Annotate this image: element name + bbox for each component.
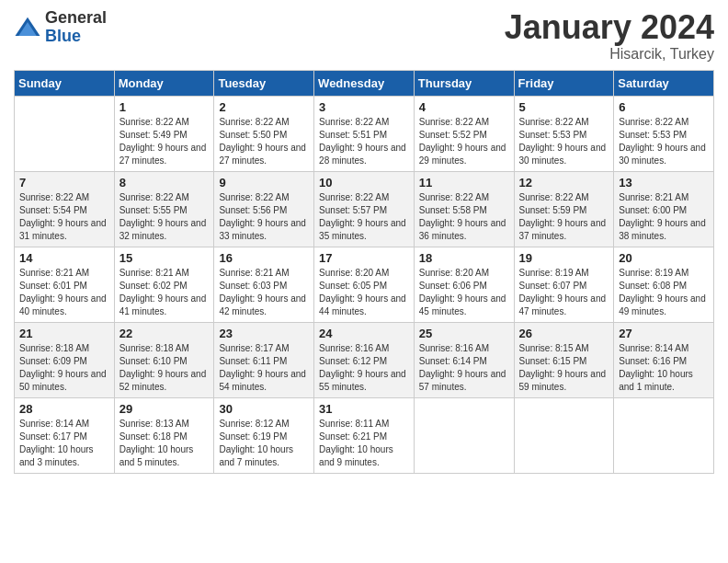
day-number: 28 [19,402,109,416]
day-info: Sunrise: 8:18 AM Sunset: 6:10 PM Dayligh… [119,342,210,394]
month-title: January 2024 [505,9,714,46]
day-number: 18 [419,251,509,265]
logo-icon [14,14,41,41]
day-info: Sunrise: 8:20 AM Sunset: 6:06 PM Dayligh… [419,267,509,318]
calendar-cell: 16Sunrise: 8:21 AM Sunset: 6:03 PM Dayli… [214,247,314,322]
day-number: 26 [519,327,609,340]
day-info: Sunrise: 8:18 AM Sunset: 6:09 PM Dayligh… [19,342,109,394]
calendar-cell [414,397,514,473]
day-number: 15 [119,251,210,265]
logo-blue-text: Blue [45,28,107,46]
day-info: Sunrise: 8:19 AM Sunset: 6:07 PM Dayligh… [519,267,609,318]
calendar-cell [614,397,714,473]
day-info: Sunrise: 8:22 AM Sunset: 5:59 PM Dayligh… [519,191,609,243]
day-info: Sunrise: 8:22 AM Sunset: 5:50 PM Dayligh… [219,116,309,167]
calendar-cell: 14Sunrise: 8:21 AM Sunset: 6:01 PM Dayli… [15,247,115,322]
day-number: 17 [319,251,409,265]
calendar-cell: 3Sunrise: 8:22 AM Sunset: 5:51 PM Daylig… [314,96,415,171]
day-info: Sunrise: 8:22 AM Sunset: 5:53 PM Dayligh… [619,116,709,167]
calendar-cell: 15Sunrise: 8:21 AM Sunset: 6:02 PM Dayli… [114,247,214,322]
weekday-header-tuesday: Tuesday [214,70,314,96]
calendar-cell: 11Sunrise: 8:22 AM Sunset: 5:58 PM Dayli… [414,171,514,247]
calendar-week-5: 28Sunrise: 8:14 AM Sunset: 6:17 PM Dayli… [15,397,714,473]
day-number: 5 [519,100,609,114]
calendar-cell: 12Sunrise: 8:22 AM Sunset: 5:59 PM Dayli… [514,171,614,247]
day-info: Sunrise: 8:22 AM Sunset: 5:55 PM Dayligh… [119,191,210,243]
day-number: 16 [219,251,309,265]
calendar-cell: 21Sunrise: 8:18 AM Sunset: 6:09 PM Dayli… [15,322,115,397]
day-info: Sunrise: 8:21 AM Sunset: 6:03 PM Dayligh… [219,267,309,318]
day-info: Sunrise: 8:16 AM Sunset: 6:14 PM Dayligh… [419,342,509,394]
day-info: Sunrise: 8:15 AM Sunset: 6:15 PM Dayligh… [519,342,609,394]
calendar-table: SundayMondayTuesdayWednesdayThursdayFrid… [14,70,714,474]
day-info: Sunrise: 8:16 AM Sunset: 6:12 PM Dayligh… [319,342,409,394]
title-block: January 2024 Hisarcik, Turkey [505,9,714,63]
day-info: Sunrise: 8:20 AM Sunset: 6:05 PM Dayligh… [319,267,409,318]
header: General Blue January 2024 Hisarcik, Turk… [14,9,714,63]
calendar-cell: 27Sunrise: 8:14 AM Sunset: 6:16 PM Dayli… [614,322,714,397]
logo-text: General Blue [45,9,107,46]
day-number: 31 [319,402,409,416]
day-number: 6 [619,100,709,114]
calendar-cell: 7Sunrise: 8:22 AM Sunset: 5:54 PM Daylig… [15,171,115,247]
day-number: 25 [419,327,509,340]
day-number: 9 [219,176,309,190]
calendar-cell: 5Sunrise: 8:22 AM Sunset: 5:53 PM Daylig… [514,96,614,171]
day-info: Sunrise: 8:22 AM Sunset: 5:52 PM Dayligh… [419,116,509,167]
day-number: 8 [119,176,210,190]
calendar-cell: 31Sunrise: 8:11 AM Sunset: 6:21 PM Dayli… [314,397,415,473]
day-info: Sunrise: 8:22 AM Sunset: 5:54 PM Dayligh… [19,191,109,243]
calendar-week-4: 21Sunrise: 8:18 AM Sunset: 6:09 PM Dayli… [15,322,714,397]
calendar-cell: 25Sunrise: 8:16 AM Sunset: 6:14 PM Dayli… [414,322,514,397]
location: Hisarcik, Turkey [505,46,714,63]
day-info: Sunrise: 8:21 AM Sunset: 6:00 PM Dayligh… [619,191,709,243]
weekday-header-wednesday: Wednesday [314,70,415,96]
weekday-header-thursday: Thursday [414,70,514,96]
logo-general-text: General [45,9,107,28]
day-number: 23 [219,327,309,340]
day-number: 3 [319,100,409,114]
calendar-cell: 23Sunrise: 8:17 AM Sunset: 6:11 PM Dayli… [214,322,314,397]
day-number: 19 [519,251,609,265]
day-number: 20 [619,251,709,265]
day-info: Sunrise: 8:22 AM Sunset: 5:51 PM Dayligh… [319,116,409,167]
day-number: 11 [419,176,509,190]
weekday-header-row: SundayMondayTuesdayWednesdayThursdayFrid… [15,70,714,96]
calendar-cell: 6Sunrise: 8:22 AM Sunset: 5:53 PM Daylig… [614,96,714,171]
calendar-cell: 22Sunrise: 8:18 AM Sunset: 6:10 PM Dayli… [114,322,214,397]
calendar-cell: 2Sunrise: 8:22 AM Sunset: 5:50 PM Daylig… [214,96,314,171]
day-number: 27 [619,327,709,340]
day-info: Sunrise: 8:22 AM Sunset: 5:58 PM Dayligh… [419,191,509,243]
day-info: Sunrise: 8:22 AM Sunset: 5:57 PM Dayligh… [319,191,409,243]
weekday-header-friday: Friday [514,70,614,96]
day-info: Sunrise: 8:22 AM Sunset: 5:56 PM Dayligh… [219,191,309,243]
calendar-cell: 26Sunrise: 8:15 AM Sunset: 6:15 PM Dayli… [514,322,614,397]
day-number: 13 [619,176,709,190]
calendar-cell: 17Sunrise: 8:20 AM Sunset: 6:05 PM Dayli… [314,247,415,322]
day-number: 1 [119,100,210,114]
calendar-cell: 20Sunrise: 8:19 AM Sunset: 6:08 PM Dayli… [614,247,714,322]
weekday-header-monday: Monday [114,70,214,96]
day-info: Sunrise: 8:22 AM Sunset: 5:53 PM Dayligh… [519,116,609,167]
day-number: 21 [19,327,109,340]
day-number: 14 [19,251,109,265]
day-number: 7 [19,176,109,190]
day-number: 24 [319,327,409,340]
day-number: 2 [219,100,309,114]
day-info: Sunrise: 8:21 AM Sunset: 6:01 PM Dayligh… [19,267,109,318]
calendar-week-1: 1Sunrise: 8:22 AM Sunset: 5:49 PM Daylig… [15,96,714,171]
day-info: Sunrise: 8:17 AM Sunset: 6:11 PM Dayligh… [219,342,309,394]
calendar-cell: 1Sunrise: 8:22 AM Sunset: 5:49 PM Daylig… [114,96,214,171]
logo: General Blue [14,9,107,46]
calendar-week-2: 7Sunrise: 8:22 AM Sunset: 5:54 PM Daylig… [15,171,714,247]
day-info: Sunrise: 8:13 AM Sunset: 6:18 PM Dayligh… [119,418,210,469]
weekday-header-sunday: Sunday [15,70,115,96]
day-info: Sunrise: 8:14 AM Sunset: 6:17 PM Dayligh… [19,418,109,469]
calendar-week-3: 14Sunrise: 8:21 AM Sunset: 6:01 PM Dayli… [15,247,714,322]
day-info: Sunrise: 8:14 AM Sunset: 6:16 PM Dayligh… [619,342,709,394]
day-number: 22 [119,327,210,340]
weekday-header-saturday: Saturday [614,70,714,96]
day-number: 10 [319,176,409,190]
day-info: Sunrise: 8:22 AM Sunset: 5:49 PM Dayligh… [119,116,210,167]
calendar-cell: 29Sunrise: 8:13 AM Sunset: 6:18 PM Dayli… [114,397,214,473]
